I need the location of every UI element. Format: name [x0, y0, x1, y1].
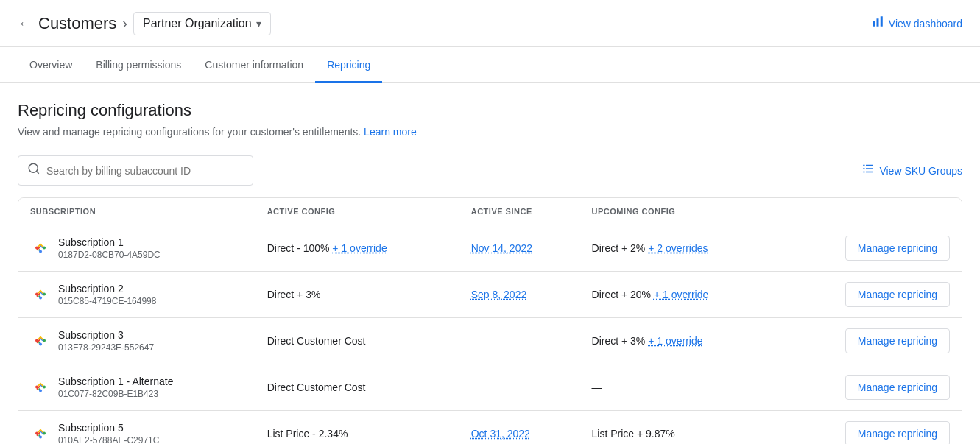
tab-overview[interactable]: Overview: [18, 47, 84, 83]
search-input[interactable]: [46, 165, 244, 177]
manage-repricing-button[interactable]: Manage repricing: [845, 328, 950, 353]
subscription-name: Subscription 1 - Alternate: [58, 376, 173, 387]
svg-rect-7: [864, 168, 865, 169]
search-row: View SKU Groups: [18, 155, 962, 186]
svg-point-25: [43, 432, 46, 435]
subscription-cell: Subscription 1 0187D2-08CB70-4A59DC: [18, 225, 255, 272]
upcoming-config-cell: Direct + 2% + 2 overrides: [580, 225, 780, 272]
subscription-name: Subscription 5: [58, 422, 159, 434]
actions-cell: Manage repricing: [780, 225, 962, 272]
learn-more-link[interactable]: Learn more: [364, 126, 417, 138]
upcoming-config-link[interactable]: + 1 override: [648, 335, 702, 347]
manage-repricing-button[interactable]: Manage repricing: [845, 375, 950, 400]
page-description: View and manage repricing configurations…: [18, 126, 962, 138]
col-upcoming-config: Upcoming Config: [580, 198, 780, 225]
page-desc-text: View and manage repricing configurations…: [18, 126, 361, 138]
list-icon: [861, 162, 875, 179]
subscription-id: 015C85-4719CE-164998: [58, 296, 156, 306]
svg-rect-10: [866, 172, 873, 173]
manage-repricing-button[interactable]: Manage repricing: [845, 421, 950, 444]
col-subscription: Subscription: [18, 198, 255, 225]
chart-icon: [871, 15, 884, 32]
active-config-cell: List Price - 2.34%: [255, 411, 459, 445]
sku-groups-label: View SKU Groups: [879, 165, 962, 177]
upcoming-config-value: Direct + 3%: [592, 335, 646, 347]
active-since-link[interactable]: Sep 8, 2022: [471, 289, 527, 300]
subscription-id: 0187D2-08CB70-4A59DC: [58, 250, 161, 260]
svg-rect-9: [864, 172, 865, 173]
org-selector-button[interactable]: Partner Organization ▾: [133, 12, 271, 35]
view-sku-groups-button[interactable]: View SKU Groups: [861, 162, 962, 179]
active-since-cell: Oct 31, 2022: [459, 411, 580, 445]
svg-rect-1: [876, 18, 878, 27]
table-row: Subscription 3 013F78-29243E-552647 Dire…: [18, 318, 962, 364]
upcoming-config-cell: List Price + 9.87%: [580, 411, 780, 445]
svg-rect-0: [873, 21, 875, 27]
tab-billing-permissions[interactable]: Billing permissions: [84, 47, 193, 83]
svg-point-15: [35, 293, 38, 296]
svg-point-17: [39, 343, 42, 346]
active-config-value: Direct + 3%: [267, 289, 321, 300]
back-button[interactable]: ←: [18, 15, 32, 32]
view-dashboard-label: View dashboard: [889, 18, 962, 29]
gcp-logo-icon: [30, 284, 51, 305]
active-since-link[interactable]: Oct 31, 2022: [471, 428, 530, 440]
upcoming-config-link[interactable]: + 2 overrides: [648, 242, 708, 254]
upcoming-config-value: Direct + 20%: [592, 289, 652, 300]
svg-point-3: [29, 163, 38, 172]
upcoming-config-cell: —: [580, 364, 780, 411]
tab-repricing[interactable]: Repricing: [315, 47, 382, 83]
subscription-cell: Subscription 3 013F78-29243E-552647: [18, 318, 255, 364]
repricing-table: Subscription Active Config Active Since …: [18, 197, 962, 444]
subscription-id: 013F78-29243E-552647: [58, 342, 154, 353]
svg-rect-2: [881, 16, 883, 27]
svg-rect-8: [866, 168, 873, 169]
subscription-id: 010AE2-5788AE-C2971C: [58, 435, 159, 444]
active-config-value: Direct - 100%: [267, 242, 330, 254]
view-dashboard-button[interactable]: View dashboard: [871, 15, 962, 32]
svg-point-13: [43, 247, 46, 250]
upcoming-config-value: Direct + 2%: [592, 242, 646, 254]
subscription-cell: Subscription 2 015C85-4719CE-164998: [18, 272, 255, 318]
search-icon: [27, 162, 40, 179]
svg-point-12: [35, 247, 38, 250]
active-config-cell: Direct Customer Cost: [255, 318, 459, 364]
main-content: Repricing configurations View and manage…: [0, 83, 980, 444]
active-since-link[interactable]: Nov 14, 2022: [471, 242, 532, 254]
gcp-logo-icon: [30, 331, 51, 351]
actions-cell: Manage repricing: [780, 364, 962, 411]
upcoming-config-cell: Direct + 20% + 1 override: [580, 272, 780, 318]
active-config-value: List Price - 2.34%: [267, 428, 348, 440]
svg-point-14: [39, 297, 42, 300]
active-config-value: Direct Customer Cost: [267, 335, 366, 347]
tab-customer-information[interactable]: Customer information: [193, 47, 315, 83]
gcp-logo-icon: [30, 377, 51, 398]
manage-repricing-button[interactable]: Manage repricing: [845, 236, 950, 261]
subscription-name: Subscription 1: [58, 236, 161, 248]
col-actions: [780, 198, 962, 225]
svg-point-11: [39, 250, 42, 253]
active-since-cell: Sep 8, 2022: [459, 272, 580, 318]
svg-point-24: [35, 432, 38, 435]
search-box: [18, 155, 253, 186]
gcp-logo-icon: [30, 423, 51, 444]
breadcrumb-separator: ›: [122, 15, 127, 32]
active-config-cell: Direct Customer Cost: [255, 364, 459, 411]
col-active-since: Active Since: [459, 198, 580, 225]
upcoming-config-link[interactable]: + 1 override: [654, 289, 708, 300]
actions-cell: Manage repricing: [780, 411, 962, 445]
org-name-label: Partner Organization: [143, 17, 252, 30]
page-title: Repricing configurations: [18, 101, 962, 120]
table-row: Subscription 5 010AE2-5788AE-C2971C List…: [18, 411, 962, 445]
active-since-cell: [459, 364, 580, 411]
table-row: Subscription 1 - Alternate 01C077-82C09B…: [18, 364, 962, 411]
svg-point-18: [35, 339, 38, 342]
manage-repricing-button[interactable]: Manage repricing: [845, 282, 950, 307]
tabs-bar: Overview Billing permissions Customer in…: [0, 47, 980, 83]
active-config-link[interactable]: + 1 override: [332, 242, 387, 254]
upcoming-config-cell: Direct + 3% + 1 override: [580, 318, 780, 364]
top-bar: ← Customers › Partner Organization ▾ Vie…: [0, 0, 980, 47]
actions-cell: Manage repricing: [780, 318, 962, 364]
upcoming-config-value: —: [592, 381, 602, 393]
table-row: Subscription 1 0187D2-08CB70-4A59DC Dire…: [18, 225, 962, 272]
